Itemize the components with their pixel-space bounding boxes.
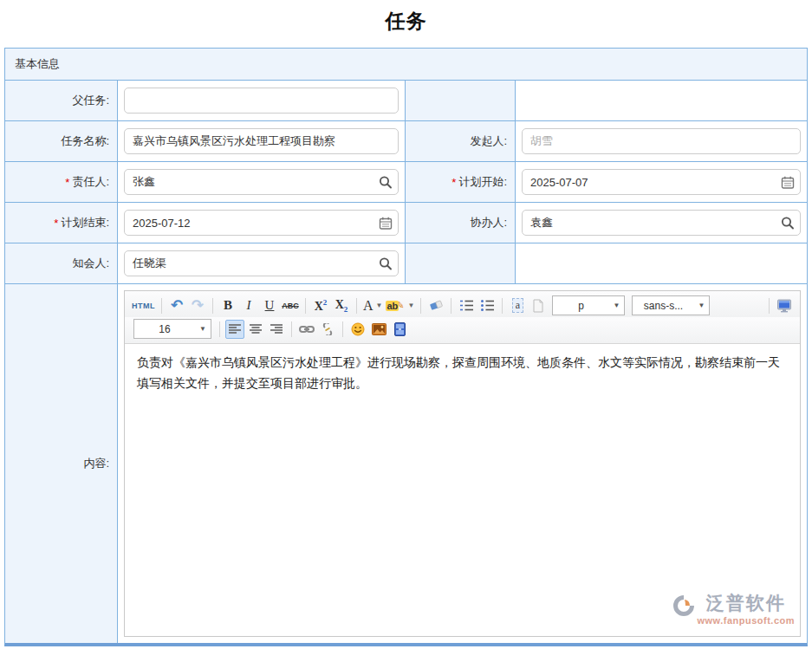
editor-toolbar-row2: 16▼ <box>125 317 800 344</box>
section-header-basic-info: 基本信息 <box>5 49 807 81</box>
empty-label-cell <box>406 81 516 120</box>
empty-cell <box>516 81 807 120</box>
ordered-list-icon[interactable] <box>457 296 476 315</box>
row-task-name-initiator: 任务名称: 发起人: <box>5 121 807 162</box>
undo-button[interactable]: ↶ <box>167 296 186 315</box>
search-icon[interactable] <box>378 175 393 190</box>
fullscreen-monitor-icon[interactable] <box>775 296 794 315</box>
required-mark: * <box>451 176 456 189</box>
highlight-color-button[interactable]: ab✎▼ <box>385 296 415 315</box>
parent-task-input[interactable] <box>124 88 399 114</box>
assistant-label: 协办人: <box>406 203 516 243</box>
row-parent-task: 父任务: <box>5 81 807 121</box>
task-name-label: 任务名称: <box>5 121 118 161</box>
page-title: 任务 <box>0 0 812 35</box>
html-source-button[interactable]: HTML <box>131 296 156 315</box>
row-planend-assistant: * 计划结束: 协办人: <box>5 203 807 243</box>
required-mark: * <box>65 176 69 189</box>
unordered-list-icon[interactable] <box>477 296 497 315</box>
editor-content-text: 负责对《嘉兴市乌镇风景区污水处理工程》进行现场勘察，探查周围环境、地质条件、水文… <box>137 355 780 390</box>
new-page-icon[interactable] <box>529 296 548 315</box>
responsible-input[interactable] <box>124 169 399 195</box>
align-right-icon[interactable] <box>267 320 286 339</box>
remove-format-eraser-icon[interactable] <box>426 296 445 315</box>
remove-link-icon[interactable] <box>318 320 337 339</box>
parent-task-label: 父任务: <box>5 81 118 120</box>
insert-video-icon[interactable] <box>390 320 409 339</box>
informed-label: 知会人: <box>5 243 118 283</box>
empty-label-cell <box>406 243 516 283</box>
assistant-input[interactable] <box>522 210 801 236</box>
plan-start-input[interactable] <box>522 169 801 195</box>
strikethrough-button[interactable]: ABC <box>281 296 300 315</box>
calendar-icon[interactable] <box>780 175 795 190</box>
responsible-label: 责任人: <box>72 174 109 190</box>
insert-link-icon[interactable] <box>297 320 316 339</box>
plan-end-label: 计划结束: <box>61 215 109 230</box>
rich-text-editor: HTML ↶ ↷ B I U ABC X2 X2 A▼ ab✎▼ <box>124 290 801 637</box>
plan-end-input[interactable] <box>124 210 399 236</box>
empty-cell <box>516 243 807 283</box>
editor-content-area[interactable]: 负责对《嘉兴市乌镇风景区污水处理工程》进行现场勘察，探查周围环境、地质条件、水文… <box>125 344 800 636</box>
initiator-input[interactable] <box>522 128 801 154</box>
emoji-smiley-icon[interactable] <box>348 320 367 339</box>
calendar-icon[interactable] <box>378 216 393 230</box>
redo-button[interactable]: ↷ <box>188 296 207 315</box>
task-name-input[interactable] <box>124 128 399 154</box>
insert-image-icon[interactable] <box>369 320 388 339</box>
underline-button[interactable]: U <box>260 296 279 315</box>
font-family-select[interactable]: sans-s...▼ <box>632 295 710 315</box>
search-icon[interactable] <box>378 256 393 271</box>
align-left-icon[interactable] <box>225 320 244 339</box>
paragraph-format-select[interactable]: p▼ <box>552 295 625 315</box>
vendor-watermark: 泛普软件 www.fanpusoft.com <box>672 593 795 629</box>
italic-button[interactable]: I <box>239 296 258 315</box>
initiator-label: 发起人: <box>406 121 516 161</box>
align-center-icon[interactable] <box>246 320 265 339</box>
bold-button[interactable]: B <box>218 296 237 315</box>
watermark-brand: 泛普软件 <box>706 593 786 613</box>
font-size-select[interactable]: 16▼ <box>133 319 211 339</box>
editor-toolbar-row1: HTML ↶ ↷ B I U ABC X2 X2 A▼ ab✎▼ <box>125 291 800 317</box>
informed-input[interactable] <box>124 250 399 276</box>
required-mark: * <box>54 217 58 230</box>
content-label: 内容: <box>5 284 118 643</box>
row-responsible-planstart: * 责任人: * 计划开始: <box>5 162 807 203</box>
subscript-button[interactable]: X2 <box>332 296 351 315</box>
superscript-button[interactable]: X2 <box>311 296 330 315</box>
row-informed: 知会人: <box>5 243 807 284</box>
row-content: 内容: HTML ↶ ↷ B I U ABC X2 X2 A▼ <box>5 284 807 643</box>
watermark-url: www.fanpusoft.com <box>697 613 795 629</box>
plan-start-label: 计划开始: <box>458 174 507 190</box>
task-form: 基本信息 父任务: 任务名称: 发起人: * 责任人: <box>4 48 808 646</box>
fanpu-logo-icon <box>672 594 695 617</box>
inline-css-button[interactable]: a <box>508 296 527 315</box>
search-icon[interactable] <box>780 216 795 230</box>
content-editor-cell: HTML ↶ ↷ B I U ABC X2 X2 A▼ ab✎▼ <box>118 284 807 643</box>
font-color-button[interactable]: A▼ <box>362 296 383 315</box>
